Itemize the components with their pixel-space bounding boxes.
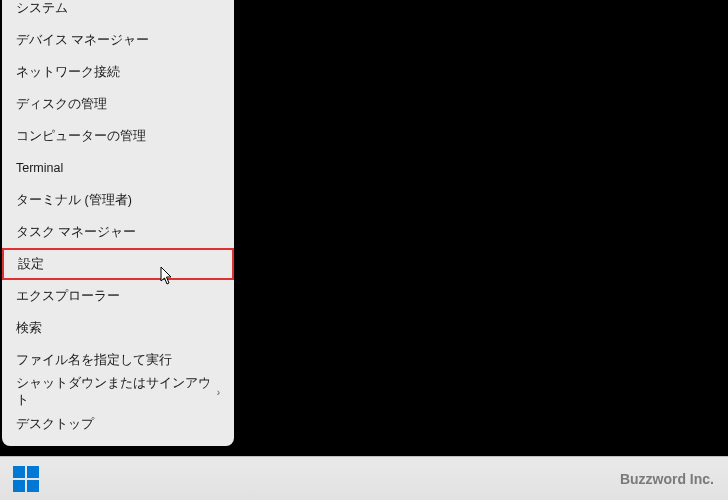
start-button[interactable] bbox=[10, 463, 42, 495]
menu-item-settings[interactable]: 設定 bbox=[2, 248, 234, 280]
menu-item-label: ディスクの管理 bbox=[16, 96, 107, 113]
menu-item-label: シャットダウンまたはサインアウト bbox=[16, 375, 217, 409]
menu-item-task-manager[interactable]: タスク マネージャー bbox=[2, 216, 234, 248]
menu-item-label: 設定 bbox=[18, 256, 44, 273]
menu-item-terminal[interactable]: Terminal bbox=[2, 152, 234, 184]
menu-item-network-connections[interactable]: ネットワーク接続 bbox=[2, 56, 234, 88]
menu-item-label: ターミナル (管理者) bbox=[16, 192, 132, 209]
windows-logo-icon bbox=[13, 466, 39, 492]
menu-item-label: エクスプローラー bbox=[16, 288, 120, 305]
menu-item-label: システム bbox=[16, 0, 68, 17]
menu-item-label: タスク マネージャー bbox=[16, 224, 136, 241]
menu-item-label: ネットワーク接続 bbox=[16, 64, 120, 81]
menu-item-label: コンピューターの管理 bbox=[16, 128, 146, 145]
menu-item-label: ファイル名を指定して実行 bbox=[16, 352, 172, 369]
taskbar: Buzzword Inc. bbox=[0, 456, 728, 500]
watermark-text: Buzzword Inc. bbox=[620, 471, 714, 487]
menu-item-search[interactable]: 検索 bbox=[2, 312, 234, 344]
menu-item-label: デバイス マネージャー bbox=[16, 32, 149, 49]
menu-item-label: Terminal bbox=[16, 161, 63, 175]
menu-item-device-manager[interactable]: デバイス マネージャー bbox=[2, 24, 234, 56]
desktop: システム デバイス マネージャー ネットワーク接続 ディスクの管理 コンピュータ… bbox=[0, 0, 728, 500]
menu-item-run[interactable]: ファイル名を指定して実行 bbox=[2, 344, 234, 376]
menu-item-computer-management[interactable]: コンピューターの管理 bbox=[2, 120, 234, 152]
winx-context-menu: システム デバイス マネージャー ネットワーク接続 ディスクの管理 コンピュータ… bbox=[2, 0, 234, 446]
menu-item-desktop[interactable]: デスクトップ bbox=[2, 408, 234, 440]
menu-item-terminal-admin[interactable]: ターミナル (管理者) bbox=[2, 184, 234, 216]
menu-item-system[interactable]: システム bbox=[2, 0, 234, 24]
menu-item-disk-management[interactable]: ディスクの管理 bbox=[2, 88, 234, 120]
menu-item-label: 検索 bbox=[16, 320, 42, 337]
menu-item-label: デスクトップ bbox=[16, 416, 94, 433]
menu-item-explorer[interactable]: エクスプローラー bbox=[2, 280, 234, 312]
menu-item-shutdown-signout[interactable]: シャットダウンまたはサインアウト › bbox=[2, 376, 234, 408]
chevron-right-icon: › bbox=[217, 387, 220, 398]
